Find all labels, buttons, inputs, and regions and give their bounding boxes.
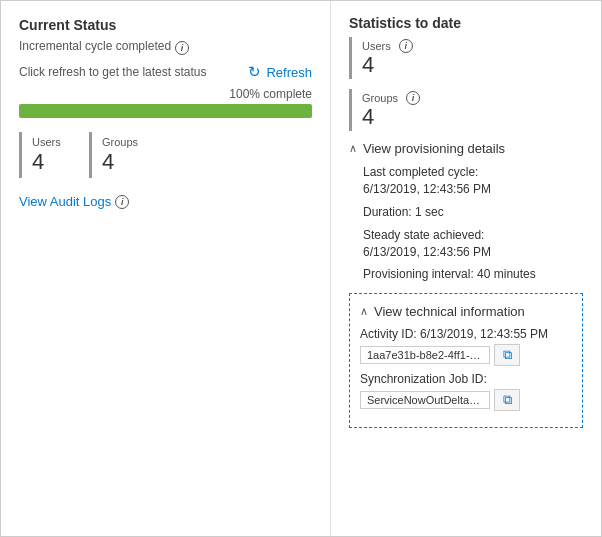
tech-info-header[interactable]: ∧ View technical information <box>360 304 572 319</box>
copy-icon-2: ⧉ <box>503 392 512 408</box>
last-completed-row: Last completed cycle: 6/13/2019, 12:43:5… <box>363 164 583 198</box>
groups-stat-box: Groups 4 <box>89 132 149 178</box>
provisioning-details-header[interactable]: ∧ View provisioning details <box>349 141 583 156</box>
right-groups-value: 4 <box>362 105 420 129</box>
duration-label: Duration: 1 sec <box>363 204 583 221</box>
right-users-label: Users <box>362 40 391 52</box>
stats-to-date-title: Statistics to date <box>349 15 583 31</box>
provisioning-details-content: Last completed cycle: 6/13/2019, 12:43:5… <box>349 164 583 283</box>
click-refresh-text: Click refresh to get the latest status <box>19 65 206 79</box>
stats-row: Users 4 Groups 4 <box>19 132 312 178</box>
right-users-item: Users i 4 <box>349 37 583 79</box>
tech-chevron-icon: ∧ <box>360 305 368 318</box>
incremental-cycle-label: Incremental cycle completed <box>19 39 171 53</box>
refresh-button[interactable]: ↻ Refresh <box>248 63 312 81</box>
users-label: Users <box>32 136 69 148</box>
progress-bar-fill <box>19 104 312 118</box>
right-users-info-icon[interactable]: i <box>399 39 413 53</box>
refresh-icon: ↻ <box>248 63 261 81</box>
technical-info-section: ∧ View technical information Activity ID… <box>349 293 583 428</box>
sync-job-input: ServiceNowOutDelta.3... <box>360 391 490 409</box>
activity-id-label: Activity ID: 6/13/2019, 12:43:55 PM <box>360 327 548 341</box>
sync-job-copy-button[interactable]: ⧉ <box>494 389 520 411</box>
groups-label: Groups <box>102 136 139 148</box>
sync-job-copy-field: ServiceNowOutDelta.3... ⧉ <box>360 389 572 411</box>
groups-value: 4 <box>102 150 139 174</box>
refresh-label: Refresh <box>266 65 312 80</box>
audit-logs-info-icon[interactable]: i <box>115 195 129 209</box>
interval-label: Provisioning interval: 40 minutes <box>363 266 583 283</box>
sync-job-label: Synchronization Job ID: <box>360 372 487 386</box>
view-audit-logs-link[interactable]: View Audit Logs <box>19 194 111 209</box>
sync-job-row: Synchronization Job ID: ServiceNowOutDel… <box>360 372 572 411</box>
right-panel: Statistics to date Users i 4 Groups i <box>331 1 601 536</box>
activity-id-input: 1aa7e31b-b8e2-4ff1-9... <box>360 346 490 364</box>
provisioning-chevron-icon: ∧ <box>349 142 357 155</box>
copy-icon-1: ⧉ <box>503 347 512 363</box>
right-groups-item: Groups i 4 <box>349 89 583 131</box>
users-stat-box: Users 4 <box>19 132 79 178</box>
right-stats: Users i 4 Groups i 4 <box>349 37 583 131</box>
incremental-info-icon[interactable]: i <box>175 41 189 55</box>
activity-id-copy-field: 1aa7e31b-b8e2-4ff1-9... ⧉ <box>360 344 572 366</box>
activity-id-row: Activity ID: 6/13/2019, 12:43:55 PM 1aa7… <box>360 327 572 366</box>
tech-header-label: View technical information <box>374 304 525 319</box>
users-value: 4 <box>32 150 69 174</box>
interval-row: Provisioning interval: 40 minutes <box>363 266 583 283</box>
last-completed-label: Last completed cycle: <box>363 164 583 181</box>
provisioning-header-label: View provisioning details <box>363 141 505 156</box>
right-groups-info-icon[interactable]: i <box>406 91 420 105</box>
steady-state-row: Steady state achieved: 6/13/2019, 12:43:… <box>363 227 583 261</box>
provisioning-details-section: ∧ View provisioning details Last complet… <box>349 141 583 283</box>
progress-label: 100% complete <box>19 87 312 101</box>
current-status-title: Current Status <box>19 17 312 33</box>
steady-state-value: 6/13/2019, 12:43:56 PM <box>363 244 583 261</box>
right-groups-label: Groups <box>362 92 398 104</box>
right-users-value: 4 <box>362 53 413 77</box>
steady-state-label: Steady state achieved: <box>363 227 583 244</box>
left-panel: Current Status Incremental cycle complet… <box>1 1 331 536</box>
last-completed-value: 6/13/2019, 12:43:56 PM <box>363 181 583 198</box>
duration-row: Duration: 1 sec <box>363 204 583 221</box>
activity-id-copy-button[interactable]: ⧉ <box>494 344 520 366</box>
progress-bar <box>19 104 312 118</box>
tech-content: Activity ID: 6/13/2019, 12:43:55 PM 1aa7… <box>360 327 572 411</box>
